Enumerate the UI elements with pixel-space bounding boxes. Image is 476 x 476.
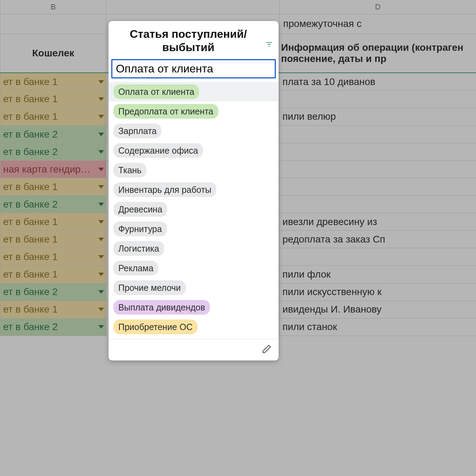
dropdown-option[interactable]: Инвентарь для работы: [108, 180, 279, 200]
popup-title-text: Статья поступлений/выбытий: [130, 28, 247, 54]
dropdown-option[interactable]: Древесина: [108, 200, 279, 219]
dropdown-option[interactable]: Прочие мелочи: [108, 278, 279, 298]
filter-icon[interactable]: [265, 38, 273, 51]
dropdown-option[interactable]: Предоплата от клиента: [108, 102, 279, 121]
dropdown-option[interactable]: Зарплата: [108, 121, 279, 141]
option-chip: Инвентарь для работы: [113, 182, 216, 197]
dropdown-options: Оплата от клиентаПредоплата от клиентаЗа…: [108, 80, 279, 339]
dropdown-option[interactable]: Содержание офиса: [108, 141, 279, 160]
option-chip: Ткань: [113, 163, 146, 177]
dropdown-option[interactable]: Логистика: [108, 239, 279, 258]
popup-title: Статья поступлений/выбытий: [108, 21, 279, 59]
option-chip: Древесина: [113, 202, 167, 217]
dropdown-search-input[interactable]: [111, 59, 276, 78]
option-chip: Прочие мелочи: [113, 280, 186, 295]
option-chip: Содержание офиса: [113, 143, 203, 158]
dropdown-option[interactable]: Фурнитура: [108, 219, 279, 239]
option-chip: Зарплата: [113, 124, 161, 138]
option-chip: Фурнитура: [113, 222, 167, 236]
dropdown-popup: Статья поступлений/выбытий Оплата от кли…: [108, 21, 279, 360]
option-chip: Оплата от клиента: [113, 84, 199, 99]
dropdown-option[interactable]: Реклама: [108, 258, 279, 278]
pencil-icon[interactable]: [262, 344, 272, 355]
option-chip: Логистика: [113, 241, 164, 256]
option-chip: Предоплата от клиента: [113, 104, 218, 119]
dropdown-option[interactable]: Выплата дивидендов: [108, 298, 279, 317]
option-chip: Реклама: [113, 261, 158, 275]
dropdown-option[interactable]: Оплата от клиента: [108, 82, 279, 102]
option-chip: Выплата дивидендов: [113, 300, 210, 315]
dropdown-option[interactable]: Ткань: [108, 160, 279, 180]
option-chip: Приобретение ОС: [113, 320, 197, 334]
dropdown-option[interactable]: Приобретение ОС: [108, 317, 279, 337]
